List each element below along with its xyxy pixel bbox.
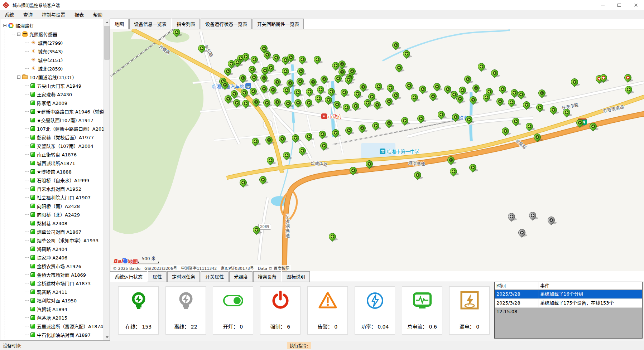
pin-plus-icon [540,91,544,95]
pin-plus-icon [301,149,304,152]
pin-plus-icon [307,135,311,138]
map-tab-2[interactable]: 指令列表 [172,19,200,29]
baidu-logo-map-word: 地图 [128,258,138,265]
tree-device-item-21[interactable]: 金桥农贸市场 A1926 [25,262,104,270]
tree-device-item-24[interactable]: 观音路 A2411 [25,287,104,296]
pin-plus-icon [263,69,267,72]
tree-group-light-sensors[interactable]: 光照度传感器 [12,30,104,38]
status-card-label: 告警： [318,324,334,330]
tree-device-item-27[interactable]: 芭茅塘 A2015 [25,313,104,322]
pin-plus-icon [296,101,300,104]
scale-label: 500 米 [138,255,159,261]
tree-device-item-6[interactable]: 彭家巷（党校后面）A1977 [25,133,104,141]
pin-plus-icon [175,30,178,34]
tree-device-item-18[interactable]: 烟草公司（求知中学）A1933 [25,236,104,244]
tree-device-item-3[interactable]: ★建新中路路口东 A1946（辅道灯） [25,107,104,116]
tree-item-label: 107北（建新中路路口西）A2014 [37,125,104,132]
tree-device-item-11[interactable]: 石咀桥（自来水）A1999 [25,176,104,184]
pin-plus-icon [235,101,239,104]
tree-device-item-0[interactable]: 五尖山大门东 A1949 [25,81,104,90]
tree-item-label: 观音路 A2411 [37,288,67,295]
map-tab-0[interactable]: 地图 [110,19,129,29]
pin-plus-icon [284,58,287,62]
tree-sensor-item-1[interactable]: ☀城东(3543) [25,47,104,55]
map-tab-3[interactable]: 设备运行状态一览表 [201,19,252,29]
tree-device-item-20[interactable]: 谭家冲 A2406 [25,253,104,262]
status-bar: 设备时钟: 执行指令: [0,341,644,350]
pin-plus-icon [403,119,407,122]
menu-item-1[interactable]: 查询 [19,10,37,19]
tree-device-item-10[interactable]: ★博物馆 A1888 [25,167,104,176]
tree-device-item-1[interactable]: 王家珑巷 A2430 [25,90,104,98]
pin-plus-icon [471,166,475,169]
scroll-down-button[interactable] [104,334,110,340]
pin-plus-icon [255,228,258,232]
panel-tab-5[interactable]: 搜索设备 [253,271,281,282]
tree-device-item-4[interactable]: ★交警队西(107南) A1917 [25,116,104,124]
panel-tab-1[interactable]: 属性 [148,271,167,282]
poi-label-3[interactable]: 文临湘市第一中学 [380,148,419,155]
tree-device-item-29[interactable]: 中石化加油站对面 A1897 [25,330,104,339]
collapse-toggle-icon[interactable] [3,24,6,27]
status-card-value: 0.6 [429,324,437,330]
tree-device-item-9[interactable]: 城西派出所A1871 [25,159,104,167]
panel-tab-6[interactable]: 图标说明 [282,271,310,282]
close-button[interactable] [628,0,644,10]
maximize-button[interactable] [611,0,628,10]
tree-device-item-19[interactable]: 鸿鹤路 A2404 [25,244,104,253]
tree-device-item-17[interactable]: 烟草公司对面 A1867 [25,227,104,236]
pin-plus-icon [308,90,311,93]
pin-plus-icon [317,97,320,100]
tree-root-node[interactable]: 临湘路灯 [3,21,104,30]
menu-item-0[interactable]: 系统 [0,10,19,19]
tree-sensor-item-2[interactable]: ☀城中(2151) [25,55,104,64]
panel-tab-0[interactable]: 系统运行状态 [110,271,147,282]
tree-item-label: ★建新中路路口东 A1946（辅道灯） [37,108,104,115]
panel-tab-2[interactable]: 定时器任务 [167,271,200,282]
map-tab-1[interactable]: 设备信息一览表 [129,19,171,29]
map-view[interactable]: 长盛路长白路长安东路长盛路长盛中路港澳高速京港澳高速京港澳高速临湘长途汽车站🚌★… [110,29,644,271]
pin-plus-icon [387,121,391,125]
tree-connector [12,34,15,34]
tree-device-item-22[interactable]: 金桥大市场对面 A1869 [25,270,104,279]
tree-device-item-14[interactable]: 向阳桥（南）A2428 [25,201,104,210]
status-card-value: 0 [334,324,337,330]
tree-device-item-5[interactable]: 107北（建新中路路口西）A2014 [25,124,104,133]
event-row-1[interactable]: 2025/3/28 12:15:08系统加载了175个设备，在线153个 [495,299,642,308]
tree-item-label: 陈家组 A2009 [37,99,67,106]
power-icon [270,290,291,312]
menu-item-4[interactable]: 帮助 [88,10,107,19]
poi-label-0[interactable]: 临湘长途汽车站🚌 [212,83,251,89]
scroll-up-button[interactable] [104,19,110,25]
panel-tab-3[interactable]: 开关属性 [201,271,229,282]
tree-device-item-16[interactable]: 梨树巷 A2408 [25,219,104,227]
tree-device-item-28[interactable]: 五里派出所（富源汽配）A1874 [25,322,104,330]
tree-group-road-107[interactable]: 107国道沿线(31/31) [12,73,104,81]
tree-sensor-item-0[interactable]: ☀城西(2799) [25,38,104,47]
tree-device-item-2[interactable]: 陈家组 A2009 [25,98,104,107]
event-row-0[interactable]: 2025/3/28 12:15:08系统加载了16个分组 [495,290,642,299]
tree-device-item-26[interactable]: 汽贸城 A1894 [25,305,104,313]
tree-device-item-7[interactable]: 交警队东（107南）A2004 [25,141,104,150]
tree-device-item-12[interactable]: 自来水斜对面 A1952 [25,184,104,193]
tree-device-item-13[interactable]: 社会福利院大门口 A1907 [25,193,104,201]
collapse-toggle-icon[interactable] [17,76,20,79]
tree-device-item-23[interactable]: 金桥建材市场门口 A1873 [25,279,104,287]
pin-plus-icon [271,88,275,92]
pin-plus-icon [262,47,266,50]
panel-tab-4[interactable]: 光照度 [229,271,253,282]
status-cards: 在线： 153离线： 22开灯： 0强制： 6告警： 0功率： 0.04总电流：… [118,286,490,335]
poi-label-1[interactable]: ★市政府 [321,113,342,120]
collapse-toggle-icon[interactable] [17,33,20,36]
scrollbar-thumb[interactable] [104,26,110,60]
tree-device-item-8[interactable]: 南正街转盘 A1876 [25,150,104,159]
tree-sensor-item-3[interactable]: ☀城北(2859) [25,64,104,73]
map-tab-4[interactable]: 开关回路属性一览表 [253,19,304,29]
tree-device-item-15[interactable]: 向阳桥（北）A2429 [25,210,104,219]
minimize-button[interactable] [595,0,611,10]
tree-scrollbar[interactable] [104,19,110,340]
menu-item-3[interactable]: 报表 [70,10,88,19]
tree-device-item-25[interactable]: 福利院对面 A1950 [25,296,104,305]
menu-item-2[interactable]: 控制与设置 [37,10,70,19]
tree-connector [25,86,29,86]
